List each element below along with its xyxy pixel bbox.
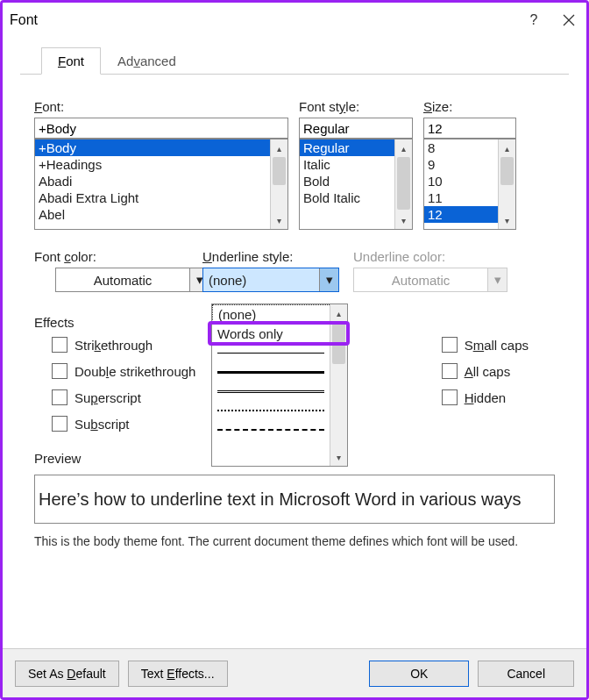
cancel-button[interactable]: Cancel: [478, 661, 574, 687]
font-color-combo[interactable]: Automatic ▾: [55, 268, 209, 292]
scroll-down-icon[interactable]: ▾: [395, 211, 412, 229]
color-row: Font color: Automatic ▾ Underline style:…: [34, 249, 555, 292]
underline-color-value: Automatic: [354, 273, 487, 288]
effects-left-col: Strikethrough Double strikethrough Super…: [52, 337, 195, 432]
style-listbox[interactable]: Regular Italic Bold Bold Italic ▴ ▾: [299, 139, 413, 230]
size-listbox[interactable]: 8 9 10 11 12 ▴ ▾: [423, 139, 516, 230]
underline-style-combo[interactable]: (none) ▾: [202, 268, 339, 292]
chevron-down-icon: ▾: [487, 268, 507, 291]
hidden-checkbox[interactable]: Hidden: [442, 389, 529, 405]
tab-strip: Font Advanced: [20, 38, 569, 75]
preview-box: Here’s how to underline text in Microsof…: [34, 475, 555, 524]
underline-style-dropdown[interactable]: (none) Words only ▴ ▾: [211, 304, 348, 467]
underline-color-combo: Automatic ▾: [353, 268, 507, 292]
effects-right-col: Small caps All caps Hidden: [442, 337, 529, 432]
superscript-checkbox[interactable]: Superscript: [52, 389, 195, 405]
underline-option-dashed[interactable]: [212, 420, 347, 439]
underline-option-none[interactable]: (none): [212, 304, 347, 324]
font-pickers-row: Font: +Body +Headings Abadi Abadi Extra …: [34, 99, 555, 230]
tab-advanced-label: Advanced: [117, 54, 176, 68]
underline-color-label: Underline color:: [353, 249, 507, 264]
scroll-up-icon[interactable]: ▴: [395, 139, 412, 157]
tab-advanced[interactable]: Advanced: [101, 47, 193, 75]
font-list-item[interactable]: Abadi Extra Light: [35, 189, 287, 206]
preview-note: This is the body theme font. The current…: [34, 534, 555, 548]
style-list-scrollbar[interactable]: ▴ ▾: [394, 139, 412, 229]
font-color-group: Font color: Automatic ▾: [34, 249, 188, 292]
underline-option-words-only[interactable]: Words only: [212, 324, 347, 343]
underline-option-double[interactable]: [212, 382, 347, 401]
underline-option-single[interactable]: [212, 343, 347, 362]
content-area: Font: +Body +Headings Abadi Abadi Extra …: [3, 75, 586, 648]
chevron-down-icon: ▾: [319, 268, 338, 291]
set-as-default-button[interactable]: Set As Default: [15, 661, 119, 687]
font-list-item[interactable]: Abel: [35, 206, 287, 223]
tab-font[interactable]: Font: [41, 47, 101, 75]
strikethrough-checkbox[interactable]: Strikethrough: [52, 337, 195, 353]
titlebar: Font ?: [3, 3, 586, 38]
close-button[interactable]: [551, 3, 586, 38]
all-caps-checkbox[interactable]: All caps: [442, 363, 529, 379]
ok-button[interactable]: OK: [369, 661, 469, 687]
scroll-down-icon[interactable]: ▾: [271, 211, 287, 229]
text-effects-button[interactable]: Text Effects...: [128, 661, 228, 687]
scroll-down-icon[interactable]: ▾: [499, 211, 515, 229]
font-column: Font: +Body +Headings Abadi Abadi Extra …: [34, 99, 288, 230]
preview-text: Here’s how to underline text in Microsof…: [39, 489, 522, 510]
underline-option-dotted[interactable]: [212, 401, 347, 420]
font-color-value: Automatic: [56, 273, 189, 288]
dialog-footer: Set As Default Text Effects... OK Cancel: [3, 648, 586, 697]
font-list-item[interactable]: +Headings: [35, 156, 287, 173]
size-column: Size: 8 9 10 11 12 ▴ ▾: [423, 99, 516, 230]
style-label: Font style:: [299, 99, 413, 114]
underline-style-label: Underline style:: [202, 249, 339, 264]
size-input[interactable]: [423, 118, 516, 139]
scroll-up-icon[interactable]: ▴: [271, 139, 287, 157]
underline-style-value: (none): [203, 273, 319, 288]
subscript-checkbox[interactable]: Subscript: [52, 416, 195, 432]
scroll-up-icon[interactable]: ▴: [330, 304, 347, 322]
scroll-thumb[interactable]: [397, 157, 410, 210]
double-strikethrough-checkbox[interactable]: Double strikethrough: [52, 363, 195, 379]
font-listbox[interactable]: +Body +Headings Abadi Abadi Extra Light …: [34, 139, 288, 230]
font-input[interactable]: [34, 118, 288, 139]
scroll-up-icon[interactable]: ▴: [499, 139, 515, 157]
size-label: Size:: [423, 99, 516, 114]
style-column: Font style: Regular Italic Bold Bold Ita…: [299, 99, 413, 230]
font-list-item[interactable]: Abadi: [35, 173, 287, 189]
font-color-label: Font color:: [34, 249, 188, 264]
font-dialog: Font ? Font Advanced Font: +Body +Headin…: [0, 0, 589, 700]
style-input[interactable]: [299, 118, 413, 139]
underline-scrollbar[interactable]: ▴ ▾: [330, 304, 347, 466]
scroll-thumb[interactable]: [500, 157, 514, 185]
font-label: Font:: [34, 99, 288, 114]
small-caps-checkbox[interactable]: Small caps: [442, 337, 529, 353]
tab-font-label: Font: [58, 54, 84, 68]
scroll-down-icon[interactable]: ▾: [330, 448, 347, 466]
font-list-scrollbar[interactable]: ▴ ▾: [270, 139, 287, 229]
underline-style-group: Underline style: (none) ▾: [202, 249, 339, 292]
close-icon: [563, 14, 575, 26]
scroll-thumb[interactable]: [332, 322, 345, 364]
underline-option-thick[interactable]: [212, 362, 347, 382]
scroll-thumb[interactable]: [273, 157, 286, 185]
help-button[interactable]: ?: [516, 3, 551, 38]
font-list-item[interactable]: +Body: [35, 139, 287, 156]
underline-color-group: Underline color: Automatic ▾: [353, 249, 507, 292]
window-title: Font: [10, 12, 516, 28]
size-list-scrollbar[interactable]: ▴ ▾: [498, 139, 515, 229]
